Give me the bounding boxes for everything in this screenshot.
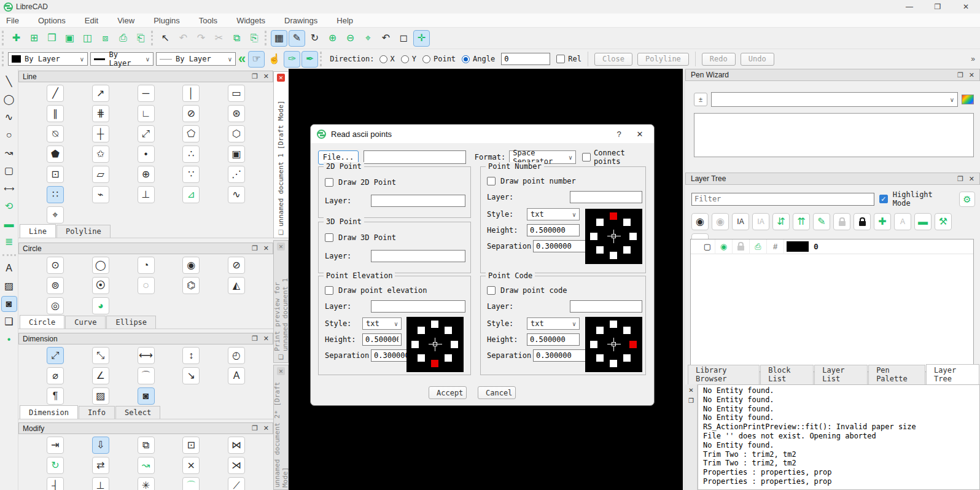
style-code-combobox[interactable]: txt ∨ xyxy=(527,317,580,330)
line-bisector-button[interactable]: ∟ xyxy=(138,105,155,122)
back-chevron-button[interactable]: « xyxy=(238,52,246,66)
tab-ellipse[interactable]: Ellipse xyxy=(106,316,156,329)
modify-stretch-button[interactable]: ↝ xyxy=(138,457,155,474)
block-tools-button[interactable]: ❑ xyxy=(1,314,17,330)
tab-circle[interactable]: Circle xyxy=(20,315,64,329)
minimize-button[interactable]: — xyxy=(895,0,924,14)
tab-curve[interactable]: Curve xyxy=(65,316,106,329)
file-path-input[interactable] xyxy=(364,150,466,164)
circle-tangent-three-button[interactable]: ⌬ xyxy=(182,277,200,294)
lock-all-layers-button[interactable] xyxy=(854,213,871,230)
line-tangent-two-circles-button[interactable]: ⊛ xyxy=(228,105,245,122)
polygon-two-corners-button[interactable]: ⬟ xyxy=(47,146,64,163)
layer-pen-button[interactable]: ✎ xyxy=(813,213,830,230)
circle-tangent-two-circles-button[interactable]: ⊚ xyxy=(47,277,64,294)
toolbar-drag-handle[interactable] xyxy=(320,52,324,66)
dialog-title-bar[interactable]: Read ascii points ? ✕ xyxy=(311,125,654,143)
line-vertical-button[interactable]: │ xyxy=(182,85,200,102)
line-orthogonal-button[interactable]: ┼ xyxy=(92,125,109,142)
position-marker[interactable] xyxy=(610,252,617,259)
menu-options[interactable]: Options xyxy=(37,15,67,26)
position-marker[interactable] xyxy=(596,219,604,226)
circle-concentric-button[interactable]: ◎ xyxy=(47,297,64,314)
line-tangent-point-circle-button[interactable]: ⊘ xyxy=(182,105,200,122)
menu-plugins[interactable]: Plugins xyxy=(152,15,181,26)
line-freehand-button[interactable]: ∿ xyxy=(228,186,245,203)
pen-pick-button[interactable]: ✑ xyxy=(284,51,300,68)
tab-layer-tree[interactable]: Layer Tree xyxy=(926,364,979,384)
line-horizontal-button[interactable]: ─ xyxy=(138,85,155,102)
dim-aligned-button[interactable]: ⤢ xyxy=(47,347,64,364)
modify-explode-button[interactable]: ✳ xyxy=(138,477,155,490)
connect-points-checkbox[interactable] xyxy=(582,153,591,161)
line-through-point-button[interactable]: ⌁ xyxy=(92,186,109,203)
cancel-button[interactable]: Cancel xyxy=(478,386,516,399)
draw-point-code-checkbox[interactable] xyxy=(487,286,496,295)
menu-tools[interactable]: Tools xyxy=(198,15,219,26)
position-marker[interactable] xyxy=(590,233,597,240)
doc-tab-print-preview[interactable]: ✕ Print preview for unnamed document 1 ❏ xyxy=(273,240,289,363)
style-number-combobox[interactable]: txt ∨ xyxy=(527,208,580,220)
close-tab-icon[interactable]: ✕ xyxy=(277,243,285,251)
tab-dimension[interactable]: Dimension xyxy=(20,405,78,419)
circle-by-arc-button[interactable]: ◕ xyxy=(92,297,109,314)
toolbar-drag-handle[interactable] xyxy=(151,31,155,45)
angle-input[interactable] xyxy=(501,53,550,65)
line-parallel-through-point-button[interactable]: ⋕ xyxy=(92,105,109,122)
close-panel-icon[interactable]: ✕ xyxy=(969,71,974,79)
image-tool-button[interactable]: ◙ xyxy=(1,296,17,312)
float-panel-icon[interactable]: ❐ xyxy=(957,71,963,79)
float-panel-icon[interactable]: ❐ xyxy=(252,424,258,432)
position-marker[interactable] xyxy=(418,327,425,334)
circle-three-points-button[interactable]: ◉ xyxy=(182,257,200,274)
tab-line[interactable]: Line xyxy=(20,224,56,238)
direction-radio-point[interactable] xyxy=(422,55,430,63)
highlight-mode-checkbox[interactable] xyxy=(879,195,888,203)
points-multiple-button[interactable]: ∴ xyxy=(182,146,200,163)
polygon-center-tangent-button[interactable]: ⬡ xyxy=(228,125,245,142)
close-panel-icon[interactable]: ✕ xyxy=(969,175,974,183)
cut-button[interactable]: ✂ xyxy=(211,30,227,47)
undo-action-button[interactable]: Undo xyxy=(741,53,774,66)
position-marker[interactable] xyxy=(623,219,631,226)
zoom-out-button[interactable]: ⊖ xyxy=(342,30,359,47)
measure-tools-button[interactable]: ▬ xyxy=(1,216,17,232)
toolbar-overflow-button[interactable]: » xyxy=(971,55,975,63)
draw-points-button[interactable]: ∷ xyxy=(47,186,64,203)
layer-list[interactable]: ▢ ◉ ⎙ # 0 xyxy=(690,239,974,372)
separation-number-input[interactable] xyxy=(533,240,586,252)
layer-3d-input[interactable] xyxy=(371,250,465,262)
line-angle-button[interactable]: ↗ xyxy=(92,85,109,102)
select-tools-button[interactable]: ▢ xyxy=(1,163,17,179)
undo-button[interactable]: ↶ xyxy=(175,30,192,47)
new-drawing-button[interactable]: ✚ xyxy=(8,30,25,47)
height-elevation-input[interactable] xyxy=(362,333,402,346)
tab-layer-list[interactable]: Layer List xyxy=(814,365,868,384)
menu-file[interactable]: File xyxy=(5,15,20,26)
point-single-button[interactable]: • xyxy=(138,146,155,163)
sort-layers-asc-button[interactable]: ⇵ xyxy=(772,213,790,230)
print-preview-button[interactable]: ⎗ xyxy=(133,30,149,47)
rel-checkbox[interactable] xyxy=(556,55,565,63)
line-tangent-orthogonal-button[interactable]: ⍉ xyxy=(47,125,64,142)
separation-code-input[interactable] xyxy=(533,349,586,362)
float-panel-icon[interactable]: ❐ xyxy=(252,244,258,252)
save-as-button[interactable]: ◫ xyxy=(79,30,96,47)
modify-move-button[interactable]: ⇥ xyxy=(47,437,64,454)
dialog-help-button[interactable]: ? xyxy=(611,130,627,139)
redraw-button[interactable]: ↻ xyxy=(306,30,323,47)
tab-polyline[interactable]: Polyline xyxy=(56,225,111,238)
toolbar-drag-handle[interactable] xyxy=(265,31,268,45)
modify-mirror-button[interactable]: ⋈ xyxy=(228,437,245,454)
modify-scale-button[interactable]: ⇩ xyxy=(92,437,109,454)
redo-action-button[interactable]: Redo xyxy=(702,53,736,66)
redo-button[interactable]: ↷ xyxy=(193,30,209,47)
dim-horizontal-button[interactable]: ⟷ xyxy=(138,347,155,364)
point-tool-button[interactable]: • xyxy=(1,332,17,348)
parallelogram-button[interactable]: ▱ xyxy=(92,166,109,183)
modify-trim-two-button[interactable]: ⋊ xyxy=(228,457,245,474)
layer-color-swatch[interactable] xyxy=(787,241,809,252)
rectangle-button[interactable]: ▭ xyxy=(228,85,245,102)
position-marker[interactable] xyxy=(610,321,617,328)
draw-point-elevation-checkbox[interactable] xyxy=(325,286,333,295)
